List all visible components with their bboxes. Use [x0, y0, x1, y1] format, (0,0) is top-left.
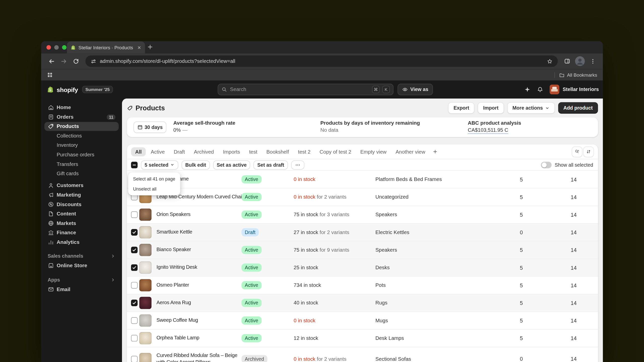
table-row[interactable]: Orion SpeakersActive75 in stock for 3 va…: [127, 206, 598, 223]
selected-count-dropdown[interactable]: 5 selected: [141, 160, 178, 169]
sidebar-item-discounts[interactable]: Discounts: [44, 200, 119, 209]
product-name[interactable]: Sweep Coffee Mug: [156, 317, 242, 324]
add-product-button[interactable]: Add product: [558, 102, 598, 114]
view-tab-all[interactable]: All: [131, 147, 146, 156]
product-name[interactable]: Aeros Area Rug: [156, 300, 242, 306]
product-name[interactable]: Orion Speakers: [156, 211, 242, 218]
minimize-window-button[interactable]: [54, 45, 59, 50]
select-all-checkbox[interactable]: [131, 161, 138, 168]
search-filter-button[interactable]: [572, 146, 582, 157]
view-tab-test[interactable]: test: [245, 147, 262, 156]
url-text[interactable]: admin.shopify.com/store/dl-uplift/produc…: [100, 58, 543, 64]
set-as-active-button[interactable]: Set as active: [213, 160, 250, 169]
product-name[interactable]: Osmeo Planter: [156, 282, 242, 289]
zoom-window-button[interactable]: [62, 45, 67, 50]
product-name[interactable]: Smartluxe Kettle: [156, 229, 242, 236]
view-tab-imports[interactable]: Imports: [219, 147, 244, 156]
sidebar-item-orders[interactable]: Orders11: [44, 112, 119, 121]
more-bulk-actions-button[interactable]: [291, 160, 304, 169]
sidebar-item-products[interactable]: Products: [44, 122, 119, 131]
sidebar-item-home[interactable]: Home: [44, 103, 119, 112]
sidebar-item-online-store[interactable]: Online Store: [44, 261, 119, 270]
abc-analysis-link[interactable]: CA$103,511.95 C: [468, 127, 508, 134]
sidebar-section-apps[interactable]: Apps: [44, 276, 119, 285]
sidebar-item-markets[interactable]: Markets: [44, 219, 119, 228]
add-view-button[interactable]: [430, 147, 440, 157]
close-tab-icon[interactable]: [137, 45, 142, 50]
sidebar-section-sales-channels[interactable]: Sales channels: [44, 252, 119, 261]
table-row[interactable]: Orphea Table LampActive12 in stockDesk L…: [127, 329, 598, 347]
notifications-bell-icon[interactable]: [537, 86, 543, 93]
row-checkbox[interactable]: [131, 300, 138, 306]
global-search-input[interactable]: Search ⌘ K: [218, 84, 393, 95]
view-tab-test-2[interactable]: test 2: [294, 147, 315, 156]
more-actions-button[interactable]: More actions: [507, 102, 555, 114]
row-checkbox[interactable]: [131, 317, 138, 324]
view-tab-active[interactable]: Active: [147, 147, 169, 156]
table-row[interactable]: Curved Ribbed Modular Sofa – Beige with …: [127, 347, 598, 362]
browser-menu-icon[interactable]: [588, 57, 597, 66]
table-row[interactable]: Smartluxe KettleDraft27 in stock for 2 v…: [127, 223, 598, 241]
sidebar-item-finance[interactable]: Finance: [44, 228, 119, 237]
sidebar-item-purchase-orders[interactable]: Purchase orders: [44, 150, 119, 159]
row-checkbox[interactable]: [131, 356, 138, 362]
import-button[interactable]: Import: [478, 102, 504, 114]
table-row[interactable]: rameActive0 in stockPlatform Beds & Bed …: [127, 170, 598, 188]
sidebar-item-content[interactable]: Content: [44, 209, 119, 218]
forward-icon[interactable]: [59, 57, 68, 66]
view-tab-draft[interactable]: Draft: [170, 147, 189, 156]
row-checkbox[interactable]: [131, 264, 138, 271]
product-name[interactable]: Bianco Speaker: [156, 247, 242, 253]
sort-button[interactable]: [583, 146, 594, 157]
sidebar-item-transfers[interactable]: Transfers: [44, 160, 119, 169]
menu-item-unselect-all[interactable]: Unselect all: [130, 184, 179, 194]
row-checkbox[interactable]: [131, 335, 138, 341]
row-checkbox[interactable]: [131, 211, 138, 218]
product-name[interactable]: Orphea Table Lamp: [156, 335, 242, 341]
store-menu[interactable]: Stellar Interiors: [549, 84, 599, 94]
bulk-edit-button[interactable]: Bulk edit: [182, 160, 210, 169]
view-tab-another-view[interactable]: Another view: [391, 147, 429, 156]
product-name[interactable]: Ignito Writing Desk: [156, 264, 242, 271]
view-tab-copy-of-test-2[interactable]: Copy of test 2: [315, 147, 355, 156]
table-row[interactable]: Aeros Area RugActive40 in stockRugs514: [127, 294, 598, 311]
browser-tab[interactable]: Stellar Interiors · Products · S: [67, 41, 145, 53]
sidebar-item-collections[interactable]: Collections: [44, 131, 119, 140]
row-checkbox[interactable]: [131, 282, 138, 289]
export-button[interactable]: Export: [448, 102, 475, 114]
row-checkbox[interactable]: [131, 229, 138, 236]
table-row[interactable]: Sweep Coffee MugActive0 in stockMugs514: [127, 311, 598, 329]
date-range-button[interactable]: 30 days: [134, 121, 167, 133]
close-window-button[interactable]: [46, 45, 51, 50]
new-tab-button[interactable]: [147, 44, 153, 50]
view-as-button[interactable]: View as: [397, 84, 433, 95]
view-tab-archived[interactable]: Archived: [190, 147, 218, 156]
bookmark-star-icon[interactable]: [547, 58, 553, 64]
sidebar-item-email[interactable]: Email: [44, 285, 119, 294]
sidebar-item-gift-cards[interactable]: Gift cards: [44, 169, 119, 178]
site-controls-icon[interactable]: [90, 58, 96, 64]
set-as-draft-button[interactable]: Set as draft: [254, 160, 288, 169]
browser-profile-avatar[interactable]: [575, 56, 585, 66]
apps-grid-icon[interactable]: [47, 72, 53, 78]
reload-icon[interactable]: [71, 57, 80, 66]
product-name[interactable]: Curved Ribbed Modular Sofa – Beige with …: [156, 352, 242, 362]
address-bar[interactable]: admin.shopify.com/store/dl-uplift/produc…: [86, 55, 558, 67]
sidebar-item-customers[interactable]: Customers: [44, 181, 119, 190]
side-panel-icon[interactable]: [563, 57, 572, 66]
sidebar-item-marketing[interactable]: Marketing: [44, 191, 119, 200]
show-all-selected-toggle[interactable]: [541, 161, 551, 168]
row-checkbox[interactable]: [131, 247, 138, 253]
sidebar-item-analytics[interactable]: Analytics: [44, 238, 119, 247]
view-tab-empty-view[interactable]: Empty view: [356, 147, 391, 156]
sidekick-icon[interactable]: [524, 86, 531, 93]
table-row[interactable]: Osmeo PlanterActive734 in stockPots514: [127, 276, 598, 294]
view-tab-bookshelf[interactable]: Bookshelf: [262, 147, 293, 156]
all-bookmarks-button[interactable]: All Bookmarks: [559, 72, 597, 78]
menu-item-select-all-on-page[interactable]: Select all 41 on page: [130, 174, 179, 184]
sidebar-item-inventory[interactable]: Inventory: [44, 141, 119, 150]
table-row[interactable]: Bianco SpeakerActive75 in stock for 9 va…: [127, 241, 598, 258]
table-row[interactable]: Ignito Writing DeskActive25 in stockDesk…: [127, 259, 598, 276]
table-row[interactable]: Leap Mid-Century Modern Curved ChairActi…: [127, 188, 598, 206]
shopify-logo[interactable]: shopify Summer '25: [46, 80, 113, 99]
